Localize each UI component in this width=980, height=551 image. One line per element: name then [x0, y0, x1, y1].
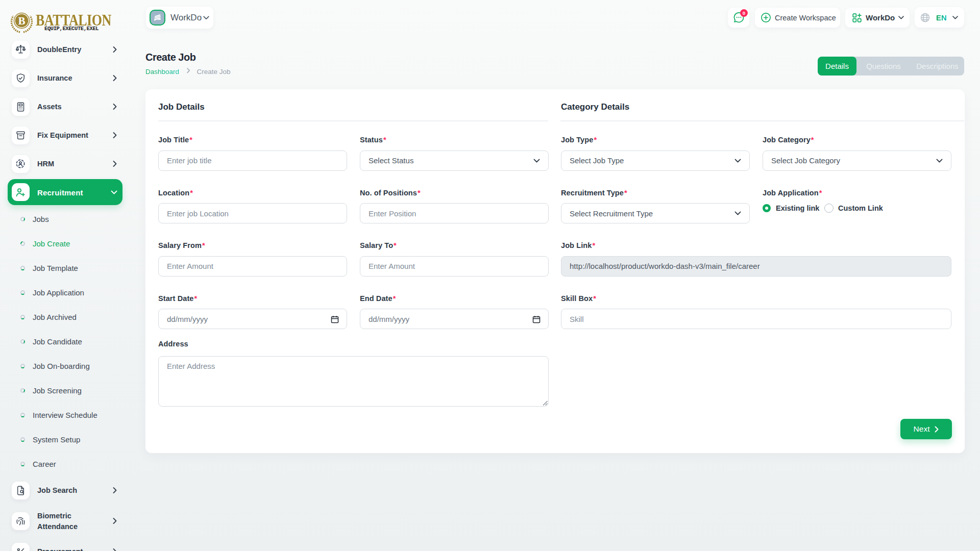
svg-text:B: B	[18, 15, 25, 27]
